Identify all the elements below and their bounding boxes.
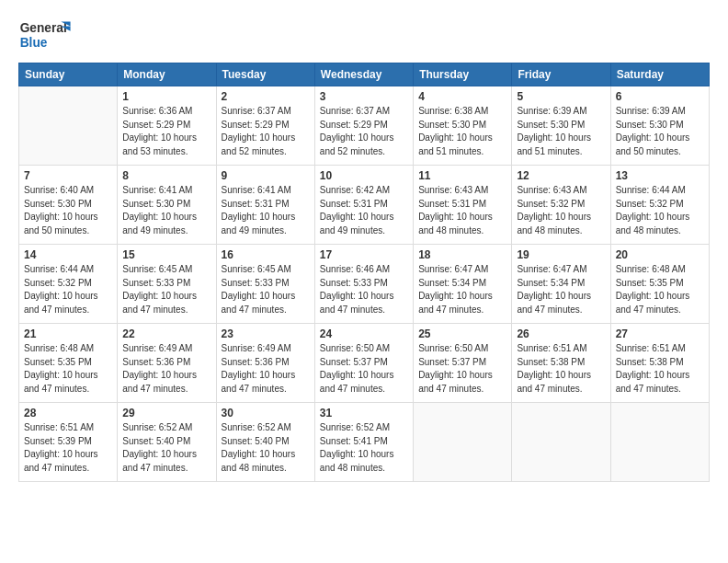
- day-number: 13: [616, 169, 704, 182]
- day-number: 29: [122, 407, 210, 419]
- calendar-cell: 30Sunrise: 6:52 AMSunset: 5:40 PMDayligh…: [216, 403, 314, 482]
- day-number: 8: [122, 169, 210, 182]
- day-number: 14: [24, 248, 112, 261]
- calendar-cell: 8Sunrise: 6:41 AMSunset: 5:30 PMDaylight…: [118, 166, 216, 245]
- calendar-cell: 22Sunrise: 6:49 AMSunset: 5:36 PMDayligh…: [118, 324, 216, 403]
- day-info: Sunrise: 6:39 AMSunset: 5:30 PMDaylight:…: [517, 105, 605, 158]
- calendar-cell: 14Sunrise: 6:44 AMSunset: 5:32 PMDayligh…: [19, 245, 118, 324]
- day-number: 17: [320, 248, 408, 261]
- calendar-cell: 2Sunrise: 6:37 AMSunset: 5:29 PMDaylight…: [216, 86, 314, 166]
- calendar-cell: [610, 403, 709, 482]
- day-info: Sunrise: 6:39 AMSunset: 5:30 PMDaylight:…: [616, 105, 704, 158]
- svg-text:Blue: Blue: [20, 36, 48, 50]
- day-number: 9: [222, 169, 310, 182]
- calendar-week-4: 21Sunrise: 6:48 AMSunset: 5:35 PMDayligh…: [19, 324, 710, 403]
- day-info: Sunrise: 6:47 AMSunset: 5:34 PMDaylight:…: [418, 263, 506, 316]
- day-info: Sunrise: 6:37 AMSunset: 5:29 PMDaylight:…: [222, 105, 310, 158]
- weekday-header-saturday: Saturday: [610, 63, 709, 86]
- day-info: Sunrise: 6:41 AMSunset: 5:31 PMDaylight:…: [222, 184, 310, 237]
- calendar-cell: 19Sunrise: 6:47 AMSunset: 5:34 PMDayligh…: [512, 245, 610, 324]
- day-number: 12: [517, 169, 605, 182]
- calendar-cell: 26Sunrise: 6:51 AMSunset: 5:38 PMDayligh…: [512, 324, 610, 403]
- calendar-cell: 31Sunrise: 6:52 AMSunset: 5:41 PMDayligh…: [314, 403, 413, 482]
- calendar-cell: 15Sunrise: 6:45 AMSunset: 5:33 PMDayligh…: [118, 245, 216, 324]
- day-number: 7: [24, 169, 112, 182]
- day-info: Sunrise: 6:36 AMSunset: 5:29 PMDaylight:…: [122, 105, 210, 158]
- weekday-header-monday: Monday: [118, 63, 216, 86]
- svg-text:General: General: [20, 21, 67, 35]
- day-number: 3: [320, 90, 408, 103]
- day-number: 4: [418, 90, 506, 103]
- calendar-cell: 3Sunrise: 6:37 AMSunset: 5:29 PMDaylight…: [314, 86, 413, 166]
- calendar-cell: 9Sunrise: 6:41 AMSunset: 5:31 PMDaylight…: [216, 166, 314, 245]
- calendar-cell: 10Sunrise: 6:42 AMSunset: 5:31 PMDayligh…: [314, 166, 413, 245]
- calendar-cell: [414, 403, 512, 482]
- calendar-week-1: 1Sunrise: 6:36 AMSunset: 5:29 PMDaylight…: [19, 86, 710, 166]
- day-info: Sunrise: 6:45 AMSunset: 5:33 PMDaylight:…: [122, 263, 210, 316]
- day-number: 16: [222, 248, 310, 261]
- day-number: 11: [418, 169, 506, 182]
- day-info: Sunrise: 6:50 AMSunset: 5:37 PMDaylight:…: [320, 342, 408, 396]
- day-info: Sunrise: 6:41 AMSunset: 5:30 PMDaylight:…: [122, 184, 210, 237]
- day-info: Sunrise: 6:46 AMSunset: 5:33 PMDaylight:…: [320, 263, 408, 316]
- day-info: Sunrise: 6:37 AMSunset: 5:29 PMDaylight:…: [320, 105, 408, 158]
- calendar-cell: 6Sunrise: 6:39 AMSunset: 5:30 PMDaylight…: [610, 86, 709, 166]
- calendar-body: 1Sunrise: 6:36 AMSunset: 5:29 PMDaylight…: [19, 86, 710, 482]
- day-info: Sunrise: 6:48 AMSunset: 5:35 PMDaylight:…: [24, 342, 112, 396]
- calendar-cell: 18Sunrise: 6:47 AMSunset: 5:34 PMDayligh…: [414, 245, 512, 324]
- calendar-table: SundayMondayTuesdayWednesdayThursdayFrid…: [18, 63, 710, 482]
- day-number: 21: [24, 327, 112, 340]
- day-info: Sunrise: 6:52 AMSunset: 5:40 PMDaylight:…: [222, 421, 310, 475]
- day-info: Sunrise: 6:49 AMSunset: 5:36 PMDaylight:…: [122, 342, 210, 396]
- calendar-cell: 25Sunrise: 6:50 AMSunset: 5:37 PMDayligh…: [414, 324, 512, 403]
- day-number: 24: [320, 327, 408, 340]
- weekday-header-wednesday: Wednesday: [314, 63, 413, 86]
- calendar-cell: [19, 86, 118, 166]
- day-number: 27: [616, 327, 704, 340]
- day-number: 6: [616, 90, 704, 103]
- day-number: 15: [122, 248, 210, 261]
- day-number: 26: [517, 327, 605, 340]
- calendar-cell: 28Sunrise: 6:51 AMSunset: 5:39 PMDayligh…: [19, 403, 118, 482]
- day-info: Sunrise: 6:44 AMSunset: 5:32 PMDaylight:…: [24, 263, 112, 316]
- calendar-cell: 21Sunrise: 6:48 AMSunset: 5:35 PMDayligh…: [19, 324, 118, 403]
- calendar-cell: 4Sunrise: 6:38 AMSunset: 5:30 PMDaylight…: [414, 86, 512, 166]
- header: General Blue: [18, 15, 710, 55]
- calendar-cell: 13Sunrise: 6:44 AMSunset: 5:32 PMDayligh…: [610, 166, 709, 245]
- day-number: 23: [222, 327, 310, 340]
- day-info: Sunrise: 6:43 AMSunset: 5:31 PMDaylight:…: [418, 184, 506, 237]
- weekday-header-sunday: Sunday: [19, 63, 118, 86]
- day-number: 1: [122, 90, 210, 103]
- logo: General Blue: [18, 15, 74, 55]
- calendar-cell: 24Sunrise: 6:50 AMSunset: 5:37 PMDayligh…: [314, 324, 413, 403]
- calendar-week-5: 28Sunrise: 6:51 AMSunset: 5:39 PMDayligh…: [19, 403, 710, 482]
- day-info: Sunrise: 6:45 AMSunset: 5:33 PMDaylight:…: [222, 263, 310, 316]
- day-info: Sunrise: 6:49 AMSunset: 5:36 PMDaylight:…: [222, 342, 310, 396]
- calendar-cell: 29Sunrise: 6:52 AMSunset: 5:40 PMDayligh…: [118, 403, 216, 482]
- calendar-cell: 23Sunrise: 6:49 AMSunset: 5:36 PMDayligh…: [216, 324, 314, 403]
- day-info: Sunrise: 6:52 AMSunset: 5:41 PMDaylight:…: [320, 421, 408, 475]
- weekday-header-friday: Friday: [512, 63, 610, 86]
- calendar-cell: 1Sunrise: 6:36 AMSunset: 5:29 PMDaylight…: [118, 86, 216, 166]
- calendar-cell: 17Sunrise: 6:46 AMSunset: 5:33 PMDayligh…: [314, 245, 413, 324]
- calendar-cell: 7Sunrise: 6:40 AMSunset: 5:30 PMDaylight…: [19, 166, 118, 245]
- day-info: Sunrise: 6:50 AMSunset: 5:37 PMDaylight:…: [418, 342, 506, 396]
- day-number: 25: [418, 327, 506, 340]
- logo-icon: General Blue: [18, 15, 74, 55]
- weekday-header-tuesday: Tuesday: [216, 63, 314, 86]
- day-info: Sunrise: 6:38 AMSunset: 5:30 PMDaylight:…: [418, 105, 506, 158]
- day-info: Sunrise: 6:42 AMSunset: 5:31 PMDaylight:…: [320, 184, 408, 237]
- day-number: 2: [222, 90, 310, 103]
- day-info: Sunrise: 6:51 AMSunset: 5:38 PMDaylight:…: [616, 342, 704, 396]
- day-number: 28: [24, 407, 112, 419]
- weekday-header-thursday: Thursday: [414, 63, 512, 86]
- day-number: 22: [122, 327, 210, 340]
- calendar-cell: 5Sunrise: 6:39 AMSunset: 5:30 PMDaylight…: [512, 86, 610, 166]
- day-info: Sunrise: 6:51 AMSunset: 5:39 PMDaylight:…: [24, 421, 112, 475]
- day-info: Sunrise: 6:51 AMSunset: 5:38 PMDaylight:…: [517, 342, 605, 396]
- day-number: 19: [517, 248, 605, 261]
- calendar-cell: 16Sunrise: 6:45 AMSunset: 5:33 PMDayligh…: [216, 245, 314, 324]
- day-number: 5: [517, 90, 605, 103]
- weekday-row: SundayMondayTuesdayWednesdayThursdayFrid…: [19, 63, 710, 86]
- day-number: 30: [222, 407, 310, 419]
